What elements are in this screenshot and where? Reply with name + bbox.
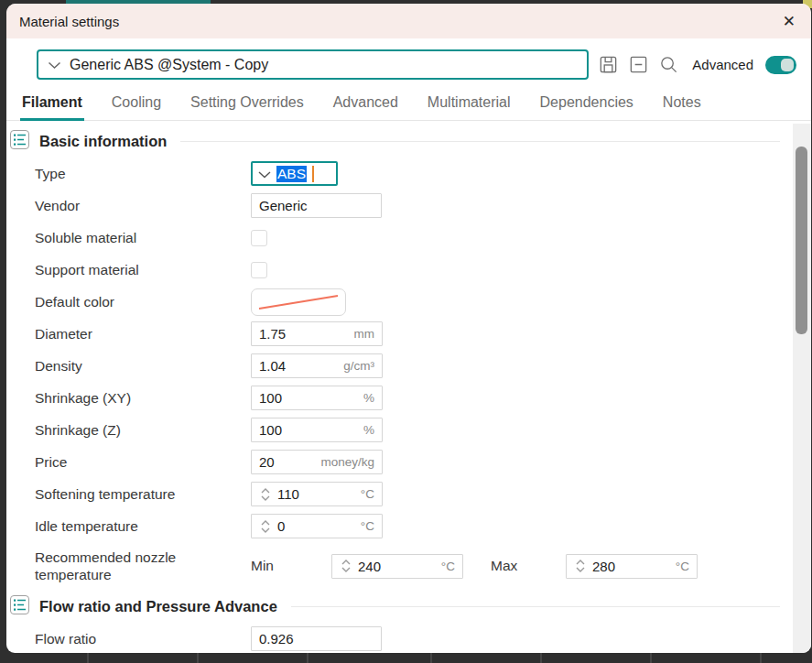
material-settings-dialog: Material settings ✕ Generic ABS @System … [6,4,811,653]
spinner-icon[interactable] [574,559,587,573]
field-row-softening-temperature: Softening temperature °C [10,478,811,510]
field-row-vendor: Vendor [10,190,811,222]
field-label: Vendor [35,197,251,214]
min-label: Min [251,558,331,574]
preset-combobox[interactable]: Generic ABS @System - Copy [37,49,589,80]
field-row-price: Price money/kg [10,446,811,478]
diameter-field: mm [251,321,383,346]
field-row-default-color: Default color [10,286,811,318]
unit-label: mm [354,327,375,341]
preset-actions: Advanced [597,54,796,76]
no-color-strike-icon [253,289,344,315]
scrollbar-track[interactable] [793,124,811,653]
background-table-divider [650,653,652,663]
idle-temperature-field: °C [251,514,383,538]
field-label: Price [35,453,251,471]
field-row-support-material: Support material [10,254,811,286]
tab-setting-overrides[interactable]: Setting Overrides [189,94,306,121]
unit-label: °C [361,519,374,533]
section-divider [291,606,780,607]
list-section-icon [10,595,29,618]
spinner-icon[interactable] [259,519,272,534]
scrollbar-thumb[interactable] [796,147,807,334]
default-color-swatch[interactable] [251,288,346,316]
field-label: Support material [35,261,251,278]
background-table-divider [197,653,199,663]
filament-settings-panel: Basic information Type ABS Vendor Solub [6,121,811,653]
field-label: Type [35,165,251,182]
list-section-icon [10,130,29,153]
dialog-titlebar[interactable]: Material settings ✕ [6,4,811,38]
field-label: Shrinkage (XY) [35,389,251,407]
tab-cooling[interactable]: Cooling [110,94,163,121]
section-title: Flow ratio and Pressure Advance [39,598,277,615]
density-input[interactable] [259,358,340,374]
nozzle-temp-min-field: °C [331,554,463,579]
field-label: Idle temperature [35,517,251,535]
density-field: g/cm³ [251,353,383,378]
preset-toolbar: Generic ABS @System - Copy [6,38,811,88]
field-row-type: Type ABS [10,158,811,190]
softening-temperature-input[interactable] [277,486,357,502]
chevron-down-icon [258,166,271,182]
flow-ratio-input[interactable] [251,626,382,651]
unit-label: °C [361,487,374,501]
advanced-toggle[interactable] [765,56,796,74]
section-flow-ratio: Flow ratio and Pressure Advance [10,590,780,623]
tab-filament[interactable]: Filament [20,94,84,121]
close-icon[interactable]: ✕ [783,14,796,29]
save-preset-icon[interactable] [597,54,619,76]
max-label: Max [491,558,566,574]
window-title: Material settings [19,14,119,29]
support-material-checkbox[interactable] [251,262,267,278]
spinner-icon[interactable] [340,559,352,573]
background-table-divider [430,653,432,663]
price-input[interactable] [259,454,317,470]
field-row-density: Density g/cm³ [10,350,811,382]
search-icon[interactable] [657,54,679,76]
advanced-mode-label: Advanced [692,57,753,72]
type-selected-text: ABS [276,166,307,182]
field-label: Softening temperature [35,485,251,503]
background-table-divider [760,653,762,663]
vendor-input[interactable] [251,193,382,218]
diameter-input[interactable] [259,326,351,342]
field-row-soluble-material: Soluble material [10,222,811,254]
nozzle-temp-max-input[interactable] [592,559,672,574]
text-caret [312,166,314,182]
field-label: Density [35,357,251,375]
field-label: Recommended nozzle temperature [35,549,251,584]
tab-dependencies[interactable]: Dependencies [538,94,635,121]
nozzle-temp-max-field: °C [566,554,698,579]
field-row-shrinkage-xy: Shrinkage (XY) % [10,382,811,414]
field-row-diameter: Diameter mm [10,318,811,350]
type-combobox[interactable]: ABS [251,161,338,186]
field-row-flow-ratio: Flow ratio [10,623,811,653]
field-label: Shrinkage (Z) [35,421,251,439]
field-row-nozzle-temperature: Recommended nozzle temperature Min °C Ma… [10,542,811,590]
idle-temperature-input[interactable] [277,518,357,534]
preset-name: Generic ABS @System - Copy [70,57,268,73]
spinner-icon[interactable] [259,487,272,502]
tab-multimaterial[interactable]: Multimaterial [426,94,513,121]
field-label: Flow ratio [35,630,251,647]
delete-preset-icon[interactable] [627,54,649,76]
nozzle-temp-min-input[interactable] [358,559,438,574]
section-basic-information: Basic information [10,125,780,158]
field-row-shrinkage-z: Shrinkage (Z) % [10,414,811,446]
background-table-divider [87,653,89,663]
background-table-divider [307,653,309,663]
shrinkage-z-input[interactable] [259,422,360,438]
field-label: Diameter [35,325,251,342]
field-row-idle-temperature: Idle temperature °C [10,510,811,542]
field-label: Soluble material [35,229,251,246]
soluble-material-checkbox[interactable] [251,230,267,246]
shrinkage-z-field: % [251,418,383,442]
tab-bar: Filament Cooling Setting Overrides Advan… [6,88,811,121]
tab-advanced[interactable]: Advanced [331,94,400,121]
shrinkage-xy-field: % [251,386,383,410]
tab-notes[interactable]: Notes [661,94,703,121]
unit-label: g/cm³ [343,359,374,373]
chevron-down-icon [48,57,61,73]
shrinkage-xy-input[interactable] [259,390,360,406]
